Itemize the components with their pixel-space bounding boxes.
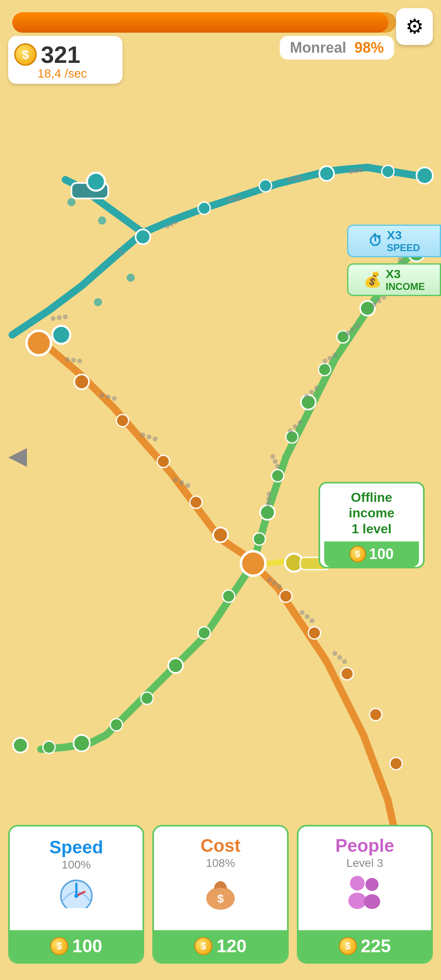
progress-bar-fill	[12, 12, 388, 33]
income-button[interactable]: 💰 X3 INCOME	[347, 263, 441, 296]
svg-point-75	[298, 420, 303, 425]
svg-point-37	[198, 627, 210, 639]
bottom-cards: Speed 100% $ 100 Cost 108%	[0, 817, 441, 980]
cost-price: 120	[216, 936, 246, 956]
svg-point-34	[260, 505, 275, 520]
cost-card-subtitle: 108%	[206, 857, 235, 870]
svg-point-112	[348, 893, 366, 909]
svg-point-94	[297, 176, 302, 180]
offline-income-value: 100	[369, 546, 394, 563]
svg-point-21	[280, 590, 292, 602]
svg-point-6	[136, 229, 150, 244]
svg-point-68	[345, 331, 350, 336]
city-name: Monreal	[290, 39, 346, 56]
svg-point-90	[232, 197, 237, 202]
city-percent: 98%	[354, 39, 384, 56]
svg-point-66	[355, 323, 360, 328]
svg-point-56	[147, 434, 151, 439]
progress-bar-container	[12, 12, 396, 33]
svg-point-114	[364, 894, 380, 909]
speed-card-subtitle: 100%	[62, 858, 91, 871]
svg-text:$: $	[217, 892, 224, 905]
svg-point-62	[398, 257, 403, 262]
svg-point-7	[198, 202, 210, 214]
svg-point-87	[169, 223, 174, 227]
svg-point-65	[372, 302, 376, 307]
speed-label: SPEED	[387, 242, 420, 254]
speed-card-body: Speed 100%	[10, 826, 143, 930]
svg-point-40	[110, 719, 122, 731]
svg-point-47	[57, 315, 62, 320]
svg-point-82	[266, 497, 271, 501]
speed-button[interactable]: ⏱ X3 SPEED	[347, 225, 441, 257]
svg-point-64	[376, 298, 381, 303]
svg-point-103	[310, 618, 314, 623]
speed-upgrade-card[interactable]: Speed 100% $ 100	[8, 825, 144, 964]
svg-point-10	[382, 165, 394, 178]
speed-card-title: Speed	[49, 837, 103, 858]
offline-income-card[interactable]: Offlineincome1 level $ 100	[318, 482, 425, 568]
svg-point-104	[332, 651, 337, 656]
speed-card-footer: $ 100	[10, 930, 143, 962]
gear-icon: ⚙	[405, 15, 424, 38]
svg-point-79	[273, 459, 278, 464]
offline-coin-icon: $	[350, 546, 366, 562]
svg-point-9	[319, 166, 334, 181]
cost-card-title: Cost	[200, 835, 241, 856]
gear-button[interactable]: ⚙	[396, 8, 433, 45]
svg-point-77	[288, 428, 293, 433]
svg-point-78	[270, 454, 275, 459]
svg-point-48	[63, 314, 68, 319]
svg-point-41	[74, 735, 90, 751]
svg-point-15	[74, 374, 89, 389]
svg-point-81	[267, 492, 272, 497]
svg-point-32	[286, 431, 298, 443]
people-upgrade-card[interactable]: People Level 3 $ 225	[297, 825, 433, 964]
svg-point-30	[318, 363, 331, 376]
income-multiplier: X3	[386, 267, 425, 281]
svg-point-16	[116, 414, 129, 427]
svg-point-98	[267, 577, 272, 582]
income-icon: 💰	[363, 271, 382, 288]
svg-point-52	[100, 393, 105, 398]
svg-point-5	[52, 326, 70, 344]
svg-point-101	[300, 610, 305, 615]
svg-point-71	[323, 359, 327, 363]
speed-price-coin: $	[50, 937, 68, 955]
speed-card-icon	[54, 875, 99, 917]
svg-point-17	[157, 455, 169, 468]
cost-upgrade-card[interactable]: Cost 108% $ $ 120	[152, 825, 288, 964]
cost-card-footer: $ 120	[154, 930, 287, 962]
svg-point-25	[390, 757, 402, 770]
svg-point-18	[190, 496, 202, 508]
coin-icon: $	[14, 43, 37, 66]
svg-point-72	[314, 385, 319, 390]
svg-point-97	[359, 167, 363, 172]
people-card-title: People	[335, 835, 394, 856]
svg-point-24	[370, 708, 382, 721]
cost-card-icon: $	[198, 873, 243, 918]
svg-point-99	[272, 581, 277, 586]
coin-rate: 18,4 /sec	[14, 67, 110, 80]
svg-point-13	[87, 173, 105, 191]
svg-point-1	[94, 298, 102, 306]
svg-point-102	[305, 614, 310, 619]
svg-point-33	[272, 470, 284, 482]
people-card-body: People Level 3	[298, 826, 431, 930]
svg-point-23	[341, 668, 353, 680]
svg-point-59	[179, 480, 184, 485]
back-button[interactable]: ◀	[8, 441, 27, 470]
svg-point-91	[237, 196, 242, 201]
coin-display: $ 321 18,4 /sec	[8, 36, 122, 84]
svg-point-108	[74, 894, 78, 898]
svg-point-105	[337, 655, 342, 660]
svg-point-38	[168, 658, 183, 673]
svg-point-111	[350, 876, 365, 891]
svg-point-4	[67, 198, 76, 206]
svg-point-35	[253, 533, 265, 545]
svg-point-83	[266, 501, 271, 506]
svg-point-3	[98, 216, 106, 225]
svg-point-49	[65, 357, 70, 362]
people-price-coin: $	[339, 937, 357, 955]
svg-point-46	[51, 316, 56, 321]
